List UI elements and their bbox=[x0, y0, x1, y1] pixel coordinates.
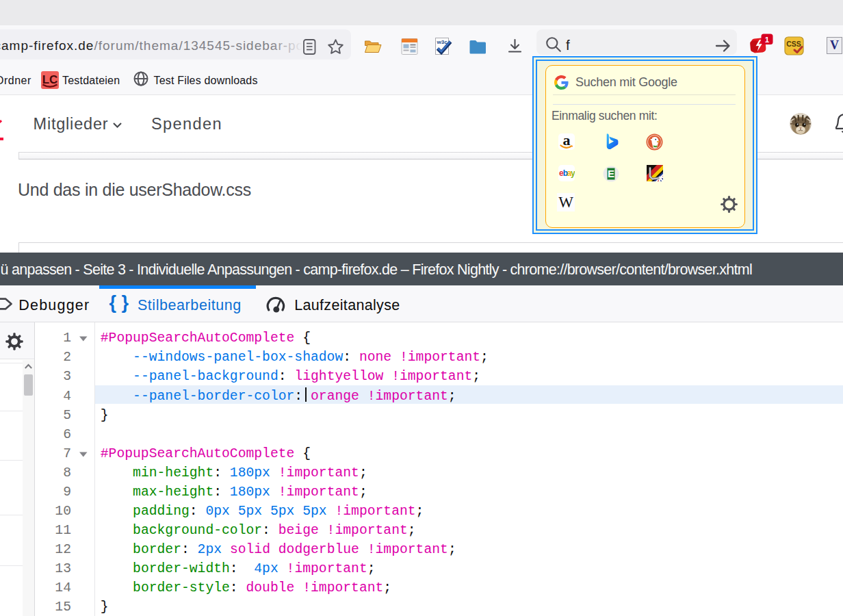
svg-text:CSS: CSS bbox=[786, 40, 801, 48]
svg-text:w3c: w3c bbox=[437, 39, 448, 45]
svg-text:W: W bbox=[558, 194, 573, 211]
svg-text:a: a bbox=[563, 133, 571, 149]
svg-text:1: 1 bbox=[765, 36, 770, 44]
svg-text:LC: LC bbox=[42, 73, 58, 86]
svg-text:E: E bbox=[607, 168, 614, 179]
svg-text:y: y bbox=[571, 168, 575, 178]
